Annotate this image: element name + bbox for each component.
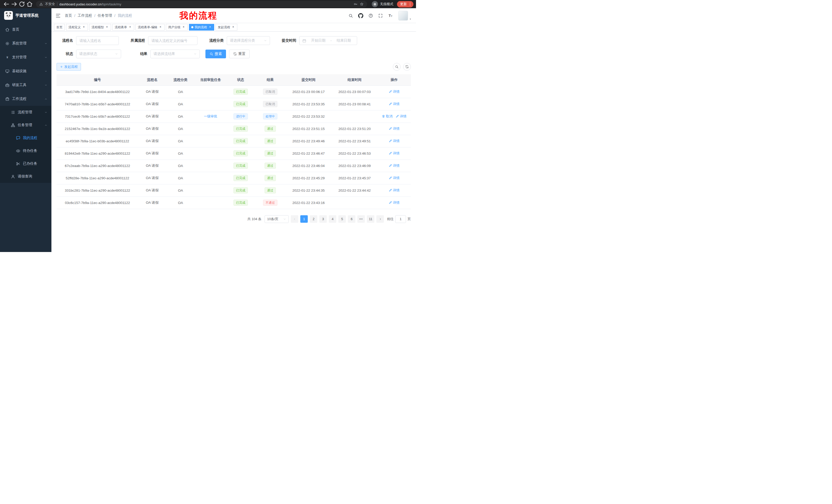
- current-task-link[interactable]: 一级审批: [204, 114, 217, 119]
- detail-link[interactable]: 详情: [389, 188, 399, 193]
- browser-forward-icon[interactable]: [11, 1, 18, 7]
- tab-3[interactable]: 流程表单×: [112, 24, 134, 31]
- breadcrumb-item-0[interactable]: 首页: [65, 13, 72, 18]
- tab-close-icon[interactable]: ×: [82, 25, 86, 29]
- process-def-input[interactable]: [148, 36, 198, 45]
- detail-link[interactable]: 详情: [389, 102, 399, 106]
- github-icon[interactable]: [358, 13, 363, 18]
- tab-0[interactable]: 首页: [54, 24, 65, 31]
- sidebar-item-my-process[interactable]: 我的流程: [0, 132, 51, 144]
- fullscreen-icon[interactable]: [378, 13, 383, 18]
- status-tag: 已完成: [233, 138, 248, 144]
- next-page-button[interactable]: [376, 215, 384, 223]
- breadcrumb-item-1[interactable]: 工作流程: [78, 13, 92, 18]
- yen-icon: ¥: [5, 55, 9, 60]
- tab-close-icon[interactable]: ×: [208, 25, 212, 29]
- sidebar-item-payment[interactable]: ¥支付管理: [0, 50, 51, 64]
- action-label: 详情: [393, 102, 399, 106]
- caret-down-icon: [409, 18, 412, 21]
- process-name-input[interactable]: [76, 36, 119, 45]
- page-button-2[interactable]: 2: [310, 215, 317, 223]
- tab-close-icon[interactable]: ×: [182, 25, 185, 29]
- incognito-label: 无痕模式: [380, 2, 393, 6]
- page-button-3[interactable]: 3: [319, 215, 327, 223]
- tab-close-icon[interactable]: ×: [105, 25, 109, 29]
- page-button-5[interactable]: 5: [338, 215, 346, 223]
- refresh-table-button[interactable]: [403, 63, 411, 71]
- sidebar-item-todo-task[interactable]: 待办任务: [0, 144, 51, 157]
- tab-5[interactable]: 用户分组×: [166, 24, 188, 31]
- browser-menu-icon[interactable]: [408, 2, 412, 6]
- filter-label: 状态: [57, 52, 73, 56]
- tab-7[interactable]: 发起流程×: [215, 24, 237, 31]
- tab-1[interactable]: 流程定义×: [66, 24, 88, 31]
- sidebar-item-devtools[interactable]: 研发工具: [0, 78, 51, 92]
- reset-button[interactable]: 重置: [229, 50, 250, 58]
- action-links: 详情: [389, 163, 399, 168]
- pager-more-button[interactable]: •••: [357, 215, 365, 223]
- password-key-icon[interactable]: [354, 2, 358, 6]
- menu-item-label: 研发工具: [12, 83, 26, 87]
- result-cell: 通过: [255, 147, 285, 160]
- detail-link[interactable]: 详情: [389, 200, 399, 205]
- detail-link[interactable]: 详情: [389, 127, 399, 131]
- result-cell: 已取消: [255, 86, 285, 98]
- detail-link[interactable]: 详情: [389, 163, 399, 168]
- prev-page-button[interactable]: [291, 215, 298, 223]
- tab-2[interactable]: 流程模型×: [89, 24, 111, 31]
- update-button[interactable]: 更新: [397, 1, 413, 7]
- edit-icon: [389, 164, 392, 167]
- tab-4[interactable]: 流程表单-编辑×: [135, 24, 164, 31]
- update-label: 更新: [400, 2, 407, 6]
- detail-link[interactable]: 详情: [389, 139, 399, 143]
- category-select[interactable]: 请选择流程分类: [227, 36, 270, 45]
- sidebar-item-workflow[interactable]: 工作流程: [0, 92, 51, 106]
- address-bar[interactable]: 不安全 dashboard.yudao.iocoder.cn/bpm/task/…: [36, 1, 367, 7]
- current-task-cell: [195, 172, 226, 184]
- sidebar-toggle-icon[interactable]: [55, 13, 61, 18]
- result-select[interactable]: 请选择流结果: [150, 50, 200, 58]
- sidebar-item-infrastructure[interactable]: 基础设施: [0, 64, 51, 78]
- sidebar-item-system[interactable]: 系统管理: [0, 36, 51, 50]
- page-button-11[interactable]: 11: [367, 215, 374, 223]
- sidebar-item-process-manage[interactable]: 流程管理: [0, 106, 51, 119]
- result-tag: 已取消: [263, 89, 278, 95]
- page-button-1[interactable]: 1: [300, 215, 308, 223]
- page-size-select[interactable]: 10条/页: [265, 215, 289, 223]
- user-avatar[interactable]: [398, 11, 412, 21]
- sidebar-item-home[interactable]: 首页: [0, 23, 51, 36]
- sidebar-item-task-manage[interactable]: 任务管理: [0, 119, 51, 132]
- search-button[interactable]: 搜索: [205, 50, 226, 58]
- detail-link[interactable]: 详情: [389, 176, 399, 180]
- tab-close-icon[interactable]: ×: [159, 25, 162, 29]
- browser-back-icon[interactable]: [3, 1, 10, 7]
- search-icon[interactable]: [348, 13, 353, 18]
- tab-close-icon[interactable]: ×: [231, 25, 235, 29]
- browser-reload-icon[interactable]: [19, 1, 25, 7]
- help-icon[interactable]: [368, 13, 373, 18]
- table-row: 67c2eaab-7b9a-11ec-a290-acde48001122OA 请…: [57, 160, 411, 172]
- detail-link[interactable]: 详情: [389, 89, 399, 94]
- process-table: 编号流程名流程分类当前审批任务状态结果提交时间结束时间操作 3ad174fb-7…: [57, 74, 411, 209]
- tab-close-icon[interactable]: ×: [128, 25, 132, 29]
- detail-link[interactable]: 详情: [396, 114, 407, 119]
- goto-page-input[interactable]: [395, 215, 406, 223]
- toggle-search-button[interactable]: [393, 63, 400, 71]
- filter-row-1: 流程名 所属流程 流程分类 请选择流程分类 提交时间: [57, 36, 411, 45]
- bookmark-star-icon[interactable]: [360, 2, 364, 6]
- browser-home-icon[interactable]: [26, 1, 33, 7]
- page-button-4[interactable]: 4: [329, 215, 336, 223]
- font-size-icon[interactable]: TT: [388, 13, 393, 18]
- tab-6[interactable]: 我的流程×: [189, 24, 214, 31]
- start-process-button[interactable]: 发起流程: [57, 63, 81, 71]
- submit-time-range[interactable]: 开始日期 - 结束日期: [299, 36, 357, 45]
- cancel-link[interactable]: 取消: [382, 114, 393, 119]
- status-tag: 已完成: [233, 101, 248, 107]
- sidebar-item-done-task[interactable]: 已办任务: [0, 157, 51, 170]
- detail-link[interactable]: 详情: [389, 151, 399, 156]
- page-button-6[interactable]: 6: [348, 215, 355, 223]
- breadcrumb-item-2[interactable]: 任务管理: [98, 13, 112, 18]
- action-links: 取消详情: [382, 114, 407, 119]
- status-select[interactable]: 请选择状态: [76, 50, 121, 58]
- sidebar-item-leave-query[interactable]: 请假查询: [0, 170, 51, 183]
